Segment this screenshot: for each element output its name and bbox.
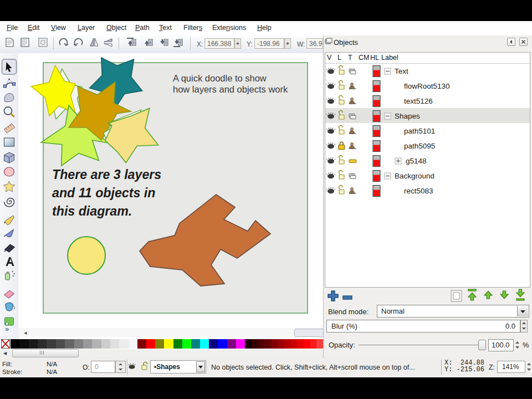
- svg-text:Text: Text: [395, 67, 408, 75]
- svg-text:and 11 objects in: and 11 objects in: [52, 186, 155, 200]
- svg-text:g5148: g5148: [406, 157, 427, 165]
- svg-text:path5101: path5101: [404, 127, 435, 135]
- svg-text:Shapes: Shapes: [395, 112, 420, 120]
- svg-text:There are 3 layers: There are 3 layers: [52, 167, 161, 182]
- svg-text:path5095: path5095: [404, 142, 435, 150]
- svg-text:text5126: text5126: [404, 97, 433, 105]
- svg-text:Background: Background: [395, 172, 434, 180]
- svg-text:»: »: [5, 325, 9, 333]
- svg-text:A quick doodle to show: A quick doodle to show: [173, 73, 267, 83]
- svg-text:flowRoot5130: flowRoot5130: [404, 82, 450, 90]
- svg-text:rect5083: rect5083: [404, 187, 433, 195]
- svg-text:this diagram.: this diagram.: [52, 204, 132, 218]
- svg-text:how layers and objects work: how layers and objects work: [173, 84, 288, 94]
